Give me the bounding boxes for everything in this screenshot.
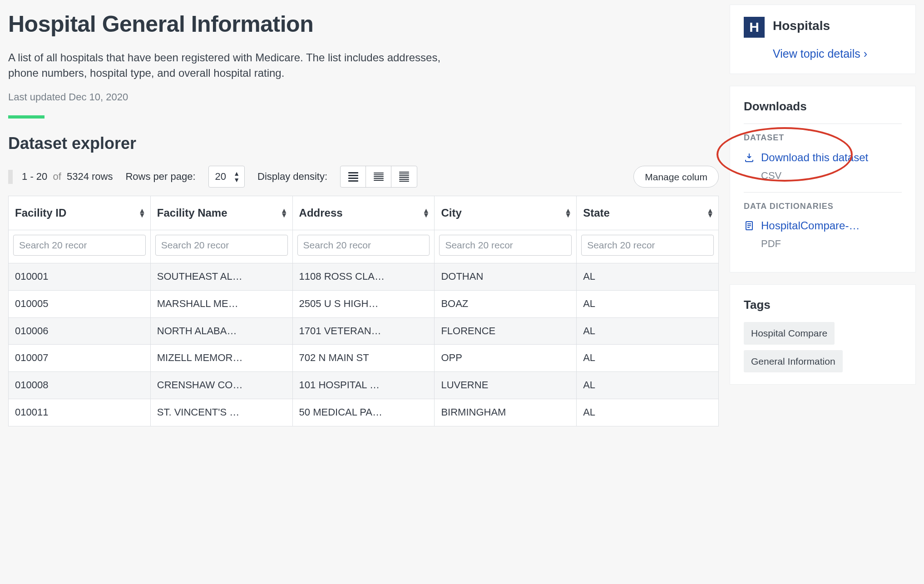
select-caret-icon: ▲▼ [233,170,240,183]
tag[interactable]: General Information [744,350,843,372]
sort-icon: ▲▼ [281,208,288,218]
density-compact-button[interactable] [391,166,417,187]
explorer-toolbar: 1 - 20 of 5324 rows Rows per page: 20 ▲▼… [8,166,719,188]
filter-state[interactable] [581,235,714,256]
downloads-card: Downloads DATASET Download this dataset … [730,86,916,272]
column-header-state[interactable]: State ▲▼ [577,196,719,230]
last-updated: Last updated Dec 10, 2020 [8,90,719,104]
display-density-label: Display density: [257,170,327,184]
cell-state: AL [577,263,719,290]
cell-address: 101 HOSPITAL … [292,372,435,399]
cell-city: OPP [435,345,577,372]
dataset-sublabel: DATASET [744,132,902,144]
cell-name: CRENSHAW CO… [150,372,292,399]
topic-title: Hospitals [773,17,830,35]
table-row[interactable]: 010007MIZELL MEMOR…702 N MAIN STOPPAL [9,345,719,372]
cell-id: 010007 [9,345,151,372]
download-dataset-link[interactable]: Download this dataset [761,150,868,164]
cell-name: ST. VINCENT'S … [150,399,292,426]
rows-per-page-value: 20 [215,170,226,184]
cell-address: 702 N MAIN ST [292,345,435,372]
cell-name: SOUTHEAST AL… [150,263,292,290]
cell-id: 010005 [9,290,151,317]
page-title: Hospital General Information [8,8,719,40]
column-header-city[interactable]: City ▲▼ [435,196,577,230]
rows-per-page-select[interactable]: 20 ▲▼ [208,166,245,188]
sort-icon: ▲▼ [707,208,714,218]
filter-facility-id[interactable] [13,235,146,256]
cell-name: MIZELL MEMOR… [150,345,292,372]
table-row[interactable]: 010008CRENSHAW CO…101 HOSPITAL …LUVERNEA… [9,372,719,399]
column-header-facility-id[interactable]: Facility ID ▲▼ [9,196,151,230]
cell-address: 2505 U S HIGH… [292,290,435,317]
cell-state: AL [577,345,719,372]
filter-city[interactable] [439,235,572,256]
cell-address: 1108 ROSS CLA… [292,263,435,290]
density-comfortable-button[interactable] [341,166,366,187]
view-topic-details-link[interactable]: View topic details › [773,46,902,62]
density-normal-button[interactable] [366,166,391,187]
table-row[interactable]: 010001SOUTHEAST AL…1108 ROSS CLA…DOTHANA… [9,263,719,290]
manage-columns-button[interactable]: Manage colum [633,166,719,188]
cell-name: NORTH ALABA… [150,317,292,345]
dictionary-format: PDF [761,237,902,251]
table-row[interactable]: 010006NORTH ALABA…1701 VETERAN…FLORENCEA… [9,317,719,345]
filter-facility-name[interactable] [155,235,288,256]
download-format: CSV [761,169,902,183]
document-icon [744,220,755,231]
cell-state: AL [577,290,719,317]
filter-row [9,230,719,263]
page-description: A list of all hospitals that have been r… [8,50,467,80]
cell-city: DOTHAN [435,263,577,290]
cell-state: AL [577,372,719,399]
dataset-explorer-heading: Dataset explorer [8,132,719,155]
table-row[interactable]: 010011ST. VINCENT'S …50 MEDICAL PA…BIRMI… [9,399,719,426]
cell-address: 50 MEDICAL PA… [292,399,435,426]
tags-heading: Tags [744,297,902,313]
sort-icon: ▲▼ [564,208,572,218]
data-table: Facility ID ▲▼ Facility Name ▲▼ Address … [8,196,719,426]
tags-card: Tags Hospital CompareGeneral Information [730,284,916,385]
rows-per-page-label: Rows per page: [125,170,195,184]
cell-city: LUVERNE [435,372,577,399]
sort-icon: ▲▼ [423,208,430,218]
hospital-topic-icon: H [744,17,765,38]
cell-address: 1701 VETERAN… [292,317,435,345]
row-range-info: 1 - 20 of 5324 rows [8,170,113,184]
accent-divider [8,115,44,119]
data-dictionary-link[interactable]: HospitalCompare-… [761,218,860,233]
column-header-facility-name[interactable]: Facility Name ▲▼ [150,196,292,230]
cell-id: 010006 [9,317,151,345]
total-rows: 5324 rows [67,171,113,182]
table-header-row: Facility ID ▲▼ Facility Name ▲▼ Address … [9,196,719,230]
download-icon [744,152,755,163]
tag[interactable]: Hospital Compare [744,322,835,344]
sort-icon: ▲▼ [138,208,146,218]
cell-id: 010001 [9,263,151,290]
of-label: of [53,171,61,182]
range-start: 1 [22,171,27,182]
data-dictionaries-sublabel: DATA DICTIONARIES [744,201,902,212]
cell-city: FLORENCE [435,317,577,345]
cell-id: 010008 [9,372,151,399]
cell-name: MARSHALL ME… [150,290,292,317]
filter-address[interactable] [297,235,430,256]
range-end: 20 [36,171,47,182]
cell-city: BOAZ [435,290,577,317]
cell-city: BIRMINGHAM [435,399,577,426]
cell-state: AL [577,399,719,426]
downloads-heading: Downloads [744,98,902,114]
topic-card: H Hospitals View topic details › [730,5,916,74]
table-row[interactable]: 010005MARSHALL ME…2505 U S HIGH…BOAZAL [9,290,719,317]
column-header-address[interactable]: Address ▲▼ [292,196,435,230]
cell-state: AL [577,317,719,345]
display-density-group [340,166,417,188]
cell-id: 010011 [9,399,151,426]
chevron-right-icon: › [864,47,867,60]
